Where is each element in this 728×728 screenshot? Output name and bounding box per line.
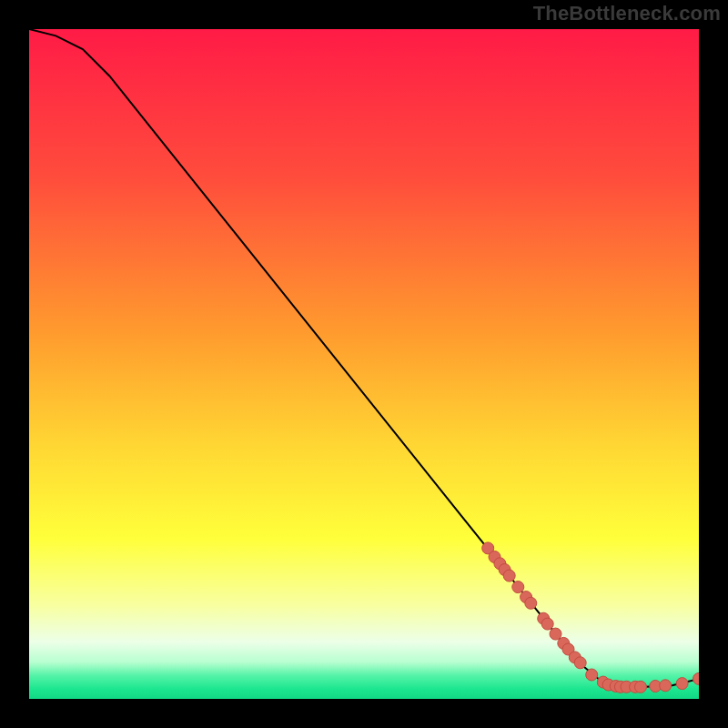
data-point bbox=[635, 681, 647, 693]
data-point bbox=[586, 669, 598, 681]
data-point bbox=[525, 597, 537, 609]
chart-frame: TheBottleneck.com bbox=[0, 0, 728, 728]
data-point bbox=[676, 678, 688, 690]
attribution-label: TheBottleneck.com bbox=[533, 2, 721, 25]
data-point bbox=[541, 618, 553, 630]
data-point bbox=[574, 657, 586, 669]
data-point bbox=[550, 628, 561, 640]
gradient-background bbox=[29, 29, 699, 699]
data-point bbox=[512, 581, 524, 593]
data-point bbox=[503, 570, 515, 581]
plot-area bbox=[29, 29, 699, 699]
chart-svg bbox=[29, 29, 699, 699]
data-point bbox=[660, 680, 672, 692]
